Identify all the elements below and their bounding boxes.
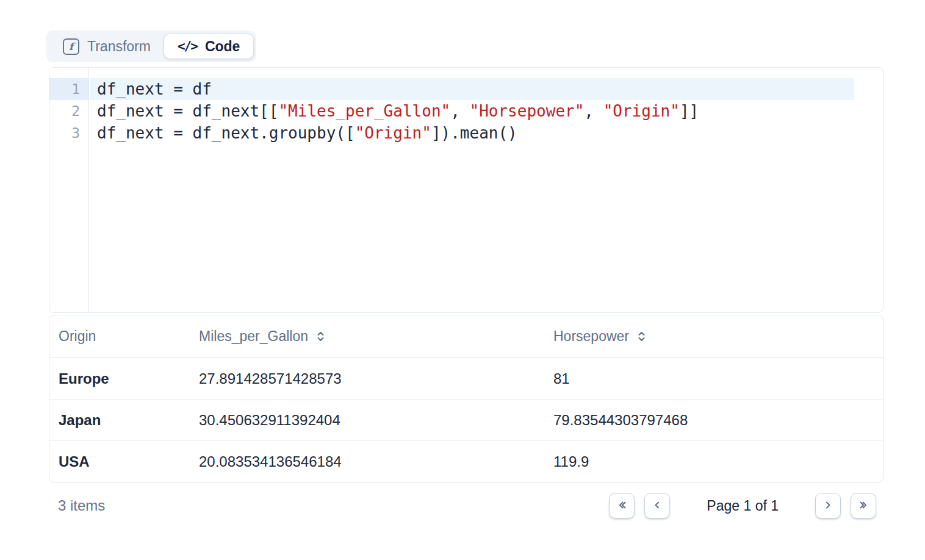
column-header-horsepower[interactable]: Horsepower <box>553 328 883 345</box>
code-token: df_next = df_next.groupby([ <box>97 124 355 142</box>
tab-code[interactable]: </> Code <box>164 34 253 59</box>
code-icon: </> <box>178 39 197 54</box>
results-table: Origin Miles_per_Gallon Horsepower Europ… <box>49 315 884 483</box>
last-page-button[interactable] <box>851 493 876 519</box>
line-number: 3 <box>49 122 88 144</box>
code-token: ]] <box>680 102 699 120</box>
double-chevron-left-icon <box>617 500 627 512</box>
line-number-gutter: 1 2 3 <box>49 68 89 312</box>
cell-horsepower: 79.83544303797468 <box>553 412 883 429</box>
string-token: "Origin" <box>603 102 680 120</box>
code-token: df_next = df_next[[ <box>97 102 278 120</box>
cell-miles-per-gallon: 27.891428571428573 <box>199 370 553 387</box>
view-tab-bar: f Transform </> Code <box>46 31 256 62</box>
table-row: Europe 27.891428571428573 81 <box>49 358 883 399</box>
cell-miles-per-gallon: 20.083534136546184 <box>199 453 553 470</box>
sort-icon[interactable] <box>316 331 325 342</box>
string-token: "Horsepower" <box>470 102 585 120</box>
items-count: 3 items <box>58 497 105 514</box>
cell-origin: USA <box>59 453 199 470</box>
cell-horsepower: 119.9 <box>553 453 883 470</box>
cell-horsepower: 81 <box>553 370 883 387</box>
cell-origin: Japan <box>59 412 199 429</box>
double-chevron-right-icon <box>858 500 869 512</box>
next-page-button[interactable] <box>815 493 841 519</box>
column-label: Origin <box>59 328 96 345</box>
code-token: ]).mean() <box>431 124 517 142</box>
code-area: df_next = df df_next = df_next[["Miles_p… <box>90 68 883 312</box>
line-number: 1 <box>49 78 88 100</box>
column-label: Horsepower <box>553 328 629 345</box>
line-number: 2 <box>49 100 88 122</box>
code-token: , <box>584 102 603 120</box>
code-line-1: df_next = df <box>90 78 854 100</box>
column-header-origin: Origin <box>59 328 199 345</box>
code-editor[interactable]: 1 2 3 df_next = df df_next = df_next[["M… <box>49 67 884 313</box>
code-token: , <box>450 102 469 120</box>
cell-origin: Europe <box>59 370 199 387</box>
tab-transform[interactable]: f Transform <box>49 34 164 59</box>
pagination: Page 1 of 1 <box>609 493 876 519</box>
column-label: Miles_per_Gallon <box>199 328 308 345</box>
code-line-2: df_next = df_next[["Miles_per_Gallon", "… <box>90 100 883 122</box>
page-indicator: Page 1 of 1 <box>707 498 779 514</box>
table-footer: 3 items Page 1 of 1 <box>49 481 884 531</box>
chevron-right-icon <box>823 500 833 512</box>
function-icon: f <box>63 38 79 55</box>
prev-page-button[interactable] <box>644 493 670 519</box>
code-token: df_next = df <box>97 80 212 98</box>
sort-icon[interactable] <box>637 331 646 342</box>
table-header-row: Origin Miles_per_Gallon Horsepower <box>49 315 883 358</box>
table-row: Japan 30.450632911392404 79.835443037974… <box>49 399 883 440</box>
column-header-miles-per-gallon[interactable]: Miles_per_Gallon <box>199 328 553 345</box>
cell-miles-per-gallon: 30.450632911392404 <box>199 412 553 429</box>
string-token: "Miles_per_Gallon" <box>278 102 450 120</box>
first-page-button[interactable] <box>609 493 635 519</box>
tab-code-label: Code <box>205 38 240 55</box>
table-row: USA 20.083534136546184 119.9 <box>49 440 883 482</box>
chevron-left-icon <box>652 500 662 512</box>
tab-transform-label: Transform <box>87 38 151 55</box>
code-line-3: df_next = df_next.groupby(["Origin"]).me… <box>90 122 883 144</box>
string-token: "Origin" <box>355 124 431 142</box>
transform-widget: f Transform </> Code 1 2 3 df_next = df … <box>0 0 925 560</box>
